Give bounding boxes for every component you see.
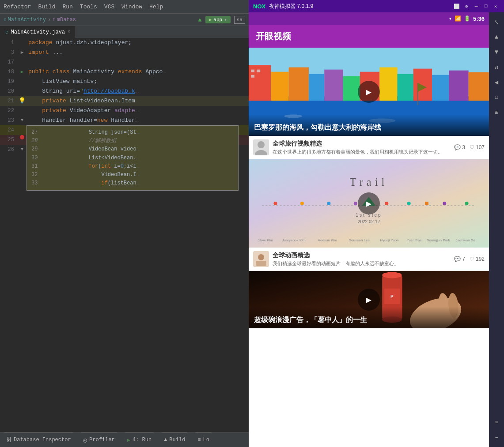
run-tab[interactable]: ▶ 4: Run <box>125 432 154 447</box>
svg-rect-5 <box>289 68 309 101</box>
emulator-maximize-btn[interactable]: □ <box>482 2 490 10</box>
emu-app-btn[interactable]: ⊞ <box>490 106 503 118</box>
svg-text:Heeson Kim: Heeson Kim <box>318 238 337 242</box>
emu-volume-down-btn[interactable]: ▼ <box>490 46 503 58</box>
emu-home-btn[interactable]: ⌂ <box>490 91 503 103</box>
app-title: 开眼视频 <box>256 30 291 42</box>
svg-point-31 <box>327 202 330 205</box>
app-header: 开眼视频 <box>249 25 489 48</box>
emu-back-btn[interactable]: ◀ <box>490 76 503 88</box>
video-item-2[interactable]: Trail 1st step 2022.02.12 Jihye Kim Jung… <box>249 159 489 271</box>
breadcrumb-field[interactable]: f mDatas <box>53 17 76 23</box>
profiler-icon: ◎ <box>83 436 87 444</box>
emu-rotate-btn[interactable]: ↺ <box>490 61 503 73</box>
code-line-17: 17 <box>0 57 249 67</box>
profiler-tab[interactable]: ◎ Profiler <box>81 432 117 447</box>
menu-tools[interactable]: Tools <box>80 4 97 10</box>
menu-vcs[interactable]: VCS <box>104 4 114 10</box>
breadcrumb-class[interactable]: c MainActivity <box>4 17 46 23</box>
emulator-window-controls: ⬜ ⚙ — □ ✕ <box>453 2 500 10</box>
video-info-2: 全球动画精选 我们精选全球最好看的动画短片，有趣的人永远不缺童心。 <box>273 252 451 267</box>
video-channel-1: 全球旅行视频精选 <box>273 140 451 148</box>
video-stats-1: 💬 3 ♡ 107 <box>454 144 485 150</box>
build-icon: ▲ <box>164 437 167 443</box>
comment-count-2: 7 <box>462 256 465 262</box>
play-button-2[interactable]: ▶ <box>358 192 380 214</box>
log-icon: ≡ <box>197 437 201 443</box>
emu-more-btn[interactable]: ⋯ <box>490 431 503 443</box>
svg-point-32 <box>354 202 357 205</box>
emulator-restore-btn[interactable]: ⬜ <box>453 2 461 10</box>
svg-point-38 <box>465 202 469 205</box>
database-inspector-tab[interactable]: 🗄 Database Inspector <box>4 432 74 447</box>
log-label: Lo <box>203 437 209 443</box>
svg-point-25 <box>258 141 265 148</box>
svg-rect-17 <box>257 70 260 72</box>
video-avatar-2 <box>253 251 269 267</box>
profiler-label: Profiler <box>89 437 115 443</box>
video-meta-2: 全球动画精选 我们精选全球最好看的动画短片，有趣的人永远不缺童心。 💬 7 ♡ … <box>249 248 489 270</box>
menu-window[interactable]: Window <box>121 4 142 10</box>
fold-handler-icon[interactable]: ▼ <box>21 116 23 125</box>
code-collapse-region: 24 @Override 25 public void handleMessa…… <box>0 125 249 154</box>
database-inspector-icon: 🗄 <box>6 437 11 443</box>
breadcrumb-class-label: MainActivity <box>8 17 46 23</box>
code-line-1: 1 package njust.dzh.videoplayer; <box>0 38 249 48</box>
code-line-3: 3 ▶ import ... <box>0 48 249 57</box>
battery-icon: 🔋 <box>464 15 470 22</box>
svg-text:Jihye Kim: Jihye Kim <box>258 238 273 242</box>
wifi-icon: ▾ <box>449 15 452 22</box>
run-gutter-icon[interactable]: ▶ <box>21 67 24 77</box>
menu-refactor[interactable]: Refactor <box>4 4 31 10</box>
menu-build[interactable]: Build <box>38 4 55 10</box>
tab-close-button[interactable]: × <box>68 30 70 34</box>
svg-text:Trail: Trail <box>350 176 388 188</box>
video-avatar-1 <box>253 139 269 155</box>
svg-rect-6 <box>309 74 324 101</box>
video-title-3: 超级碗浪漫广告，「薯中人」的一生 <box>249 307 489 328</box>
video-thumbnail-1[interactable]: ▶ 巴塞罗那的海风，勾勒出意大利的海岸线 <box>249 48 489 136</box>
bottom-bar: 🗄 Database Inspector ◎ Profiler ▶ 4: Run… <box>0 432 249 447</box>
trail-scene: Trail 1st step 2022.02.12 Jihye Kim Jung… <box>249 159 489 248</box>
video-item-1[interactable]: ▶ 巴塞罗那的海风，勾勒出意大利的海岸线 全球旅行视频精选 <box>249 48 489 159</box>
collapse-tooltip: 27 String json=(St… 28 //解析数据 29 VideoBe… <box>27 125 239 191</box>
log-tab[interactable]: ≡ Lo <box>195 432 212 447</box>
emulator-titlebar: NOX 夜神模拟器 7.0.1.9 ⬜ ⚙ — □ ✕ <box>249 0 504 12</box>
lightbulb-icon[interactable]: 💡 <box>19 96 26 106</box>
code-line-21: 21 💡 private List<VideoBean.Item… <box>0 96 249 106</box>
run-app-button[interactable]: ▶ app ▾ <box>205 16 231 23</box>
play-button-1[interactable]: ▶ <box>358 81 380 103</box>
menu-help[interactable]: Help <box>149 4 163 10</box>
ide-panel: Refactor Build Run Tools VCS Window Help… <box>0 0 249 447</box>
build-tab[interactable]: ▲ Build <box>161 432 188 447</box>
comment-count-1: 3 <box>462 144 465 150</box>
svg-text:Jaehwan So: Jaehwan So <box>455 238 475 242</box>
emu-volume-up-btn[interactable]: ▲ <box>490 31 503 43</box>
code-area[interactable]: 1 package njust.dzh.videoplayer; 3 ▶ imp… <box>0 38 249 432</box>
comment-icon-1: 💬 <box>454 144 461 150</box>
database-inspector-label: Database Inspector <box>14 437 71 443</box>
tab-main-activity[interactable]: c MainActivity.java × <box>0 26 76 38</box>
emu-keyboard-btn[interactable]: ⌨ <box>490 416 503 428</box>
breadcrumb-bar: c MainActivity › f mDatas ▲ ▶ app ▾ sa <box>0 13 249 26</box>
tab-bar: c MainActivity.java × <box>0 26 249 38</box>
emu-expand-btn[interactable]: ⤡ <box>490 16 503 28</box>
breakpoint-icon[interactable] <box>20 135 24 139</box>
code-line-22: 22 private VideoAdapter adapte… <box>0 106 249 116</box>
status-icons: ▾ 📶 🔋 5:36 <box>449 15 485 22</box>
fold-icon[interactable]: ▶ <box>21 48 24 57</box>
java-file-icon: c <box>5 30 8 35</box>
svg-text:Hyunji Yoon: Hyunji Yoon <box>380 238 399 242</box>
emulator-panel: NOX 夜神模拟器 7.0.1.9 ⬜ ⚙ — □ ✕ ▾ 📶 🔋 5:36 <box>249 0 504 447</box>
video-thumbnail-2[interactable]: Trail 1st step 2022.02.12 Jihye Kim Jung… <box>249 159 489 248</box>
video-thumbnail-3[interactable]: P ▶ 超级碗浪漫广告，「薯中人」的一生 <box>249 271 489 328</box>
fold-if-icon[interactable]: ▼ <box>21 145 23 154</box>
android-content: ▾ 📶 🔋 5:36 开眼视频 <box>249 12 489 447</box>
emulator-minimize-btn[interactable]: — <box>472 2 480 10</box>
like-icon-2: ♡ <box>470 256 474 262</box>
menu-run[interactable]: Run <box>62 4 72 10</box>
emulator-close-btn[interactable]: ✕ <box>492 2 500 10</box>
video-item-3[interactable]: P ▶ 超级碗浪漫广告，「薯中人」的一生 <box>249 271 489 328</box>
emulator-screen: ▾ 📶 🔋 5:36 开眼视频 <box>249 12 504 447</box>
emulator-settings-btn[interactable]: ⚙ <box>462 2 470 10</box>
